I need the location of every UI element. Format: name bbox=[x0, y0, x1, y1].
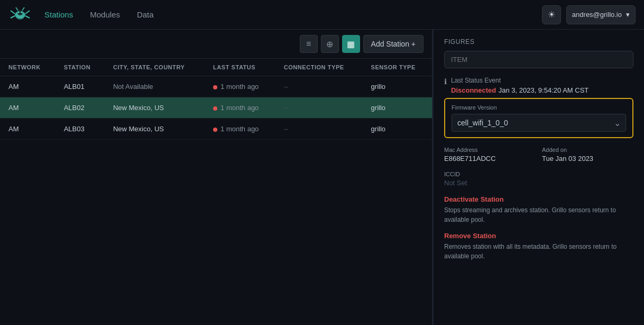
info-icon: ℹ bbox=[444, 77, 447, 86]
svg-line-8 bbox=[16, 7, 18, 11]
cell-last-status: 1 month ago bbox=[205, 76, 275, 97]
cell-network: AM bbox=[0, 119, 56, 140]
nav-links: Stations Modules Data bbox=[44, 10, 542, 19]
cell-sensor: grillo bbox=[363, 76, 432, 97]
cell-station: ALB03 bbox=[56, 119, 105, 140]
user-chevron-icon: ▾ bbox=[626, 11, 630, 19]
added-on-item: Added on Tue Jan 03 2023 bbox=[542, 147, 633, 162]
status-date-text: Jan 3, 2023, 9:54:20 AM CST bbox=[499, 86, 589, 94]
left-panel: ≡ ⊕ ▦ Add Station + NETWORK STATION CITY… bbox=[0, 30, 433, 325]
stations-table: NETWORK STATION CITY, STATE, COUNTRY LAS… bbox=[0, 59, 432, 140]
table-header-row: NETWORK STATION CITY, STATE, COUNTRY LAS… bbox=[0, 59, 432, 76]
remove-station-button[interactable]: Remove Station bbox=[444, 232, 633, 240]
cell-last-status: 1 month ago bbox=[205, 97, 275, 119]
cell-network: AM bbox=[0, 97, 56, 119]
status-dot-icon bbox=[213, 85, 217, 89]
cell-last-status: 1 month ago bbox=[205, 119, 275, 140]
cell-network: AM bbox=[0, 76, 56, 97]
svg-point-7 bbox=[21, 11, 23, 13]
firmware-select-wrapper: cell_wifi_1_0_0 bbox=[452, 114, 626, 132]
add-station-label: Add Station + bbox=[371, 40, 416, 48]
cell-station: ALB02 bbox=[56, 97, 105, 119]
added-on-label: Added on bbox=[542, 147, 633, 153]
navbar: Stations Modules Data ☀ andres@grillo.io… bbox=[0, 0, 644, 30]
table-row[interactable]: AMALB02New Mexico, US1 month ago--grillo bbox=[0, 97, 432, 119]
deactivate-station-desc: Stops streaming and archives station. Gr… bbox=[444, 205, 633, 224]
svg-line-5 bbox=[25, 16, 30, 18]
remove-station-section: Remove Station Removes station with all … bbox=[444, 232, 633, 261]
status-disconnected-text: Disconnected bbox=[451, 86, 496, 94]
cell-connection: -- bbox=[275, 97, 363, 119]
col-last-status: LAST STATUS bbox=[205, 59, 275, 76]
list-icon: ≡ bbox=[306, 39, 311, 49]
last-status-label: Last Status Event bbox=[451, 77, 633, 84]
last-status-section: ℹ Last Status Event Disconnected Jan 3, … bbox=[444, 77, 633, 95]
iccid-section: ICCID Not Set bbox=[444, 171, 633, 187]
svg-line-4 bbox=[25, 11, 30, 14]
theme-toggle-button[interactable]: ☀ bbox=[542, 5, 561, 24]
table-row[interactable]: AMALB03New Mexico, US1 month ago--grillo bbox=[0, 119, 432, 140]
figures-section-label: Figures bbox=[444, 38, 633, 46]
firmware-version-label: Firmware Version bbox=[452, 104, 626, 111]
mac-address-value: E868E711ADCC bbox=[444, 155, 536, 162]
nav-modules[interactable]: Modules bbox=[90, 10, 120, 19]
navbar-right: ☀ andres@grillo.io ▾ bbox=[542, 5, 636, 24]
svg-point-10 bbox=[16, 15, 24, 20]
cell-connection: -- bbox=[275, 76, 363, 97]
added-on-value: Tue Jan 03 2023 bbox=[542, 155, 633, 162]
col-sensor: SENSOR TYPE bbox=[363, 59, 432, 76]
table-row[interactable]: AMALB01Not Available1 month ago--grillo bbox=[0, 76, 432, 97]
svg-line-3 bbox=[11, 16, 15, 18]
map-icon: ⊕ bbox=[326, 39, 333, 49]
figures-input[interactable] bbox=[444, 51, 633, 68]
iccid-value: Not Set bbox=[444, 179, 633, 187]
svg-line-2 bbox=[11, 11, 15, 14]
status-dot-icon bbox=[213, 128, 217, 132]
cell-sensor: grillo bbox=[363, 97, 432, 119]
firmware-version-section: Firmware Version cell_wifi_1_0_0 bbox=[444, 98, 633, 138]
cell-connection: -- bbox=[275, 119, 363, 140]
col-network: NETWORK bbox=[0, 59, 56, 76]
cell-station: ALB01 bbox=[56, 76, 105, 97]
user-menu-button[interactable]: andres@grillo.io ▾ bbox=[566, 5, 636, 24]
cell-location: New Mexico, US bbox=[105, 119, 205, 140]
stations-table-container: NETWORK STATION CITY, STATE, COUNTRY LAS… bbox=[0, 59, 432, 325]
mac-address-item: Mac Address E868E711ADCC bbox=[444, 147, 536, 162]
grid-icon: ▦ bbox=[347, 39, 355, 49]
nav-stations[interactable]: Stations bbox=[44, 10, 73, 19]
meta-grid: Mac Address E868E711ADCC Added on Tue Ja… bbox=[444, 147, 633, 162]
view-grid-button[interactable]: ▦ bbox=[342, 35, 360, 53]
add-station-button[interactable]: Add Station + bbox=[363, 35, 424, 53]
right-panel: Figures ℹ Last Status Event Disconnected… bbox=[433, 30, 644, 325]
col-location: CITY, STATE, COUNTRY bbox=[105, 59, 205, 76]
view-list-button[interactable]: ≡ bbox=[300, 35, 318, 53]
col-connection: CONNECTION TYPE bbox=[275, 59, 363, 76]
cell-location: New Mexico, US bbox=[105, 97, 205, 119]
firmware-version-select[interactable]: cell_wifi_1_0_0 bbox=[452, 114, 626, 132]
main-content: ≡ ⊕ ▦ Add Station + NETWORK STATION CITY… bbox=[0, 30, 644, 325]
user-email: andres@grillo.io bbox=[572, 11, 622, 19]
deactivate-station-section: Deactivate Station Stops streaming and a… bbox=[444, 195, 633, 224]
iccid-label: ICCID bbox=[444, 171, 633, 177]
last-status-value: Disconnected Jan 3, 2023, 9:54:20 AM CST bbox=[451, 85, 633, 95]
cell-location: Not Available bbox=[105, 76, 205, 97]
remove-station-desc: Removes station with all its metadata. G… bbox=[444, 242, 633, 261]
status-dot-icon bbox=[213, 106, 217, 111]
view-map-button[interactable]: ⊕ bbox=[321, 35, 339, 53]
mac-address-label: Mac Address bbox=[444, 147, 536, 153]
nav-data[interactable]: Data bbox=[137, 10, 154, 19]
svg-point-6 bbox=[17, 11, 20, 13]
logo[interactable] bbox=[8, 3, 32, 26]
svg-line-9 bbox=[22, 7, 24, 11]
col-station: STATION bbox=[56, 59, 105, 76]
cell-sensor: grillo bbox=[363, 119, 432, 140]
deactivate-station-button[interactable]: Deactivate Station bbox=[444, 195, 633, 203]
toolbar: ≡ ⊕ ▦ Add Station + bbox=[0, 30, 432, 59]
